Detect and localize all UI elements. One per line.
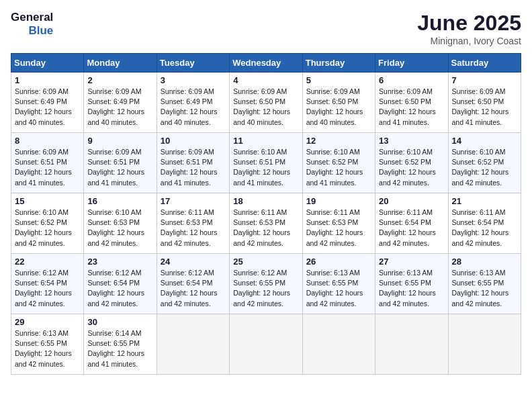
day-number: 14 [452, 136, 517, 146]
day-cell-25: 25Sunrise: 6:12 AMSunset: 6:55 PMDayligh… [230, 254, 302, 314]
day-number: 29 [15, 317, 80, 327]
day-cell-8: 8Sunrise: 6:09 AMSunset: 6:51 PMDaylight… [11, 133, 84, 193]
day-cell-21: 21Sunrise: 6:11 AMSunset: 6:54 PMDayligh… [448, 193, 521, 254]
day-number: 3 [161, 75, 226, 85]
day-number: 4 [233, 75, 298, 85]
day-number: 17 [161, 196, 226, 206]
day-info: Sunrise: 6:09 AMSunset: 6:49 PMDaylight:… [15, 87, 80, 128]
day-cell-28: 28Sunrise: 6:13 AMSunset: 6:55 PMDayligh… [448, 254, 521, 314]
day-info: Sunrise: 6:13 AMSunset: 6:55 PMDaylight:… [452, 268, 517, 309]
day-info: Sunrise: 6:13 AMSunset: 6:55 PMDaylight:… [379, 268, 444, 309]
col-header-saturday: Saturday [448, 54, 521, 73]
day-number: 8 [15, 136, 80, 146]
day-cell-16: 16Sunrise: 6:10 AMSunset: 6:53 PMDayligh… [84, 193, 157, 254]
day-number: 24 [161, 257, 226, 267]
col-header-tuesday: Tuesday [157, 54, 229, 73]
day-info: Sunrise: 6:10 AMSunset: 6:51 PMDaylight:… [233, 147, 298, 188]
day-number: 25 [233, 257, 298, 267]
day-info: Sunrise: 6:11 AMSunset: 6:53 PMDaylight:… [306, 208, 371, 248]
day-info: Sunrise: 6:09 AMSunset: 6:50 PMDaylight:… [379, 87, 444, 128]
day-info: Sunrise: 6:09 AMSunset: 6:50 PMDaylight:… [233, 87, 298, 128]
day-cell-10: 10Sunrise: 6:09 AMSunset: 6:51 PMDayligh… [157, 133, 229, 193]
day-info: Sunrise: 6:09 AMSunset: 6:49 PMDaylight:… [161, 87, 226, 128]
day-number: 5 [306, 75, 371, 85]
empty-cell [230, 314, 302, 375]
day-info: Sunrise: 6:12 AMSunset: 6:54 PMDaylight:… [161, 268, 226, 309]
location: Minignan, Ivory Coast [417, 36, 521, 46]
calendar-week-2: 8Sunrise: 6:09 AMSunset: 6:51 PMDaylight… [11, 133, 521, 193]
day-info: Sunrise: 6:09 AMSunset: 6:50 PMDaylight:… [306, 87, 371, 128]
day-info: Sunrise: 6:10 AMSunset: 6:52 PMDaylight:… [15, 208, 80, 248]
day-number: 20 [379, 196, 444, 206]
calendar-week-1: 1Sunrise: 6:09 AMSunset: 6:49 PMDaylight… [11, 73, 521, 133]
day-info: Sunrise: 6:09 AMSunset: 6:51 PMDaylight:… [161, 147, 226, 188]
day-info: Sunrise: 6:11 AMSunset: 6:54 PMDaylight:… [452, 208, 517, 248]
day-info: Sunrise: 6:12 AMSunset: 6:54 PMDaylight:… [15, 268, 80, 309]
day-info: Sunrise: 6:10 AMSunset: 6:52 PMDaylight:… [452, 147, 517, 188]
day-info: Sunrise: 6:11 AMSunset: 6:53 PMDaylight:… [161, 208, 226, 248]
logo-blue: Blue [28, 24, 53, 38]
day-cell-2: 2Sunrise: 6:09 AMSunset: 6:49 PMDaylight… [84, 73, 157, 133]
day-info: Sunrise: 6:09 AMSunset: 6:50 PMDaylight:… [452, 87, 517, 128]
day-info: Sunrise: 6:10 AMSunset: 6:53 PMDaylight:… [87, 208, 152, 248]
day-cell-19: 19Sunrise: 6:11 AMSunset: 6:53 PMDayligh… [302, 193, 375, 254]
day-info: Sunrise: 6:10 AMSunset: 6:52 PMDaylight:… [379, 147, 444, 188]
day-number: 12 [306, 136, 371, 146]
day-number: 18 [233, 196, 298, 206]
day-info: Sunrise: 6:11 AMSunset: 6:53 PMDaylight:… [233, 208, 298, 248]
day-number: 22 [15, 257, 80, 267]
calendar-table: SundayMondayTuesdayWednesdayThursdayFrid… [11, 53, 521, 375]
day-cell-3: 3Sunrise: 6:09 AMSunset: 6:49 PMDaylight… [157, 73, 229, 133]
day-cell-17: 17Sunrise: 6:11 AMSunset: 6:53 PMDayligh… [157, 193, 229, 254]
day-number: 9 [87, 136, 152, 146]
day-number: 1 [15, 75, 80, 85]
logo: General Blue [11, 11, 60, 38]
col-header-friday: Friday [375, 54, 448, 73]
day-cell-4: 4Sunrise: 6:09 AMSunset: 6:50 PMDaylight… [230, 73, 302, 133]
day-cell-26: 26Sunrise: 6:13 AMSunset: 6:55 PMDayligh… [302, 254, 375, 314]
day-number: 7 [452, 75, 517, 85]
day-info: Sunrise: 6:10 AMSunset: 6:52 PMDaylight:… [306, 147, 371, 188]
day-cell-13: 13Sunrise: 6:10 AMSunset: 6:52 PMDayligh… [375, 133, 448, 193]
day-number: 27 [379, 257, 444, 267]
day-cell-9: 9Sunrise: 6:09 AMSunset: 6:51 PMDaylight… [84, 133, 157, 193]
calendar-week-4: 22Sunrise: 6:12 AMSunset: 6:54 PMDayligh… [11, 254, 521, 314]
day-info: Sunrise: 6:13 AMSunset: 6:55 PMDaylight:… [306, 268, 371, 309]
day-number: 10 [161, 136, 226, 146]
day-info: Sunrise: 6:12 AMSunset: 6:55 PMDaylight:… [233, 268, 298, 309]
day-cell-30: 30Sunrise: 6:14 AMSunset: 6:55 PMDayligh… [84, 314, 157, 375]
day-number: 19 [306, 196, 371, 206]
day-cell-22: 22Sunrise: 6:12 AMSunset: 6:54 PMDayligh… [11, 254, 84, 314]
day-number: 23 [87, 257, 152, 267]
day-number: 21 [452, 196, 517, 206]
day-info: Sunrise: 6:09 AMSunset: 6:51 PMDaylight:… [87, 147, 152, 188]
day-info: Sunrise: 6:13 AMSunset: 6:55 PMDaylight:… [15, 328, 80, 369]
day-info: Sunrise: 6:09 AMSunset: 6:49 PMDaylight:… [87, 87, 152, 128]
logo-general: General [11, 11, 53, 24]
day-number: 2 [87, 75, 152, 85]
col-header-monday: Monday [84, 54, 157, 73]
day-cell-6: 6Sunrise: 6:09 AMSunset: 6:50 PMDaylight… [375, 73, 448, 133]
day-info: Sunrise: 6:12 AMSunset: 6:54 PMDaylight:… [87, 268, 152, 309]
day-cell-5: 5Sunrise: 6:09 AMSunset: 6:50 PMDaylight… [302, 73, 375, 133]
day-cell-1: 1Sunrise: 6:09 AMSunset: 6:49 PMDaylight… [11, 73, 84, 133]
day-cell-7: 7Sunrise: 6:09 AMSunset: 6:50 PMDaylight… [448, 73, 521, 133]
day-cell-15: 15Sunrise: 6:10 AMSunset: 6:52 PMDayligh… [11, 193, 84, 254]
empty-cell [448, 314, 521, 375]
day-cell-14: 14Sunrise: 6:10 AMSunset: 6:52 PMDayligh… [448, 133, 521, 193]
page-header: General Blue June 2025 Minignan, Ivory C… [11, 11, 521, 46]
col-header-wednesday: Wednesday [230, 54, 302, 73]
calendar-week-5: 29Sunrise: 6:13 AMSunset: 6:55 PMDayligh… [11, 314, 521, 375]
day-cell-18: 18Sunrise: 6:11 AMSunset: 6:53 PMDayligh… [230, 193, 302, 254]
day-cell-20: 20Sunrise: 6:11 AMSunset: 6:54 PMDayligh… [375, 193, 448, 254]
title-block: June 2025 Minignan, Ivory Coast [417, 11, 521, 46]
day-cell-23: 23Sunrise: 6:12 AMSunset: 6:54 PMDayligh… [84, 254, 157, 314]
col-header-sunday: Sunday [11, 54, 84, 73]
empty-cell [375, 314, 448, 375]
empty-cell [157, 314, 229, 375]
day-cell-11: 11Sunrise: 6:10 AMSunset: 6:51 PMDayligh… [230, 133, 302, 193]
month-year: June 2025 [417, 11, 521, 36]
day-info: Sunrise: 6:11 AMSunset: 6:54 PMDaylight:… [379, 208, 444, 248]
day-number: 30 [87, 317, 152, 327]
day-number: 11 [233, 136, 298, 146]
